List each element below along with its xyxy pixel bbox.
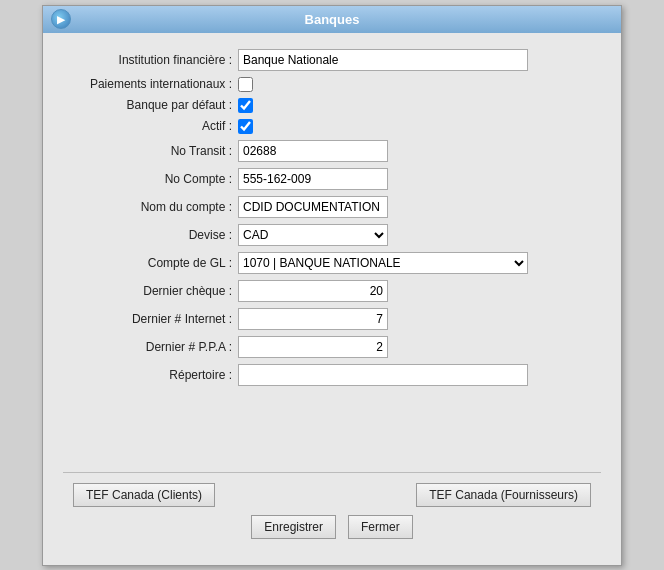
dernier-ppa-row: Dernier # P.P.A : [63,336,601,358]
paiements-row: Paiements internationaux : [63,77,601,92]
dernier-cheque-label: Dernier chèque : [63,284,238,298]
institution-row: Institution financière : [63,49,601,71]
paiements-checkbox[interactable] [238,77,253,92]
actif-label: Actif : [63,119,238,133]
repertoire-label: Répertoire : [63,368,238,382]
nom-compte-input[interactable] [238,196,388,218]
dernier-cheque-input[interactable] [238,280,388,302]
no-compte-label: No Compte : [63,172,238,186]
compte-gl-select[interactable]: 1070 | BANQUE NATIONALE [238,252,528,274]
banque-defaut-row: Banque par défaut : [63,98,601,113]
banques-window: ▶ Banques Institution financière : Paiem… [42,5,622,566]
tef-buttons-row: TEF Canada (Clients) TEF Canada (Fournis… [63,483,601,507]
no-compte-input[interactable] [238,168,388,190]
repertoire-input[interactable] [238,364,528,386]
nom-compte-row: Nom du compte : [63,196,601,218]
divider [63,472,601,473]
window-icon: ▶ [51,9,71,29]
repertoire-row: Répertoire : [63,364,601,386]
dernier-internet-label: Dernier # Internet : [63,312,238,326]
dernier-internet-input[interactable] [238,308,388,330]
compte-gl-label: Compte de GL : [63,256,238,270]
banque-defaut-label: Banque par défaut : [63,98,238,112]
compte-gl-row: Compte de GL : 1070 | BANQUE NATIONALE [63,252,601,274]
action-buttons-row: Enregistrer Fermer [63,515,601,539]
banque-defaut-checkbox[interactable] [238,98,253,113]
dernier-ppa-label: Dernier # P.P.A : [63,340,238,354]
devise-row: Devise : CAD USD EUR [63,224,601,246]
dernier-ppa-input[interactable] [238,336,388,358]
dernier-cheque-row: Dernier chèque : [63,280,601,302]
window-title: Banques [305,12,360,27]
institution-input[interactable] [238,49,528,71]
title-bar: ▶ Banques [43,6,621,33]
institution-label: Institution financière : [63,53,238,67]
actif-row: Actif : [63,119,601,134]
dernier-internet-row: Dernier # Internet : [63,308,601,330]
actif-checkbox[interactable] [238,119,253,134]
tef-clients-button[interactable]: TEF Canada (Clients) [73,483,215,507]
no-transit-row: No Transit : [63,140,601,162]
devise-select[interactable]: CAD USD EUR [238,224,388,246]
no-compte-row: No Compte : [63,168,601,190]
fermer-button[interactable]: Fermer [348,515,413,539]
paiements-label: Paiements internationaux : [63,77,238,91]
form-content: Institution financière : Paiements inter… [43,33,621,565]
enregistrer-button[interactable]: Enregistrer [251,515,336,539]
tef-fournisseurs-button[interactable]: TEF Canada (Fournisseurs) [416,483,591,507]
devise-label: Devise : [63,228,238,242]
nom-compte-label: Nom du compte : [63,200,238,214]
no-transit-input[interactable] [238,140,388,162]
no-transit-label: No Transit : [63,144,238,158]
